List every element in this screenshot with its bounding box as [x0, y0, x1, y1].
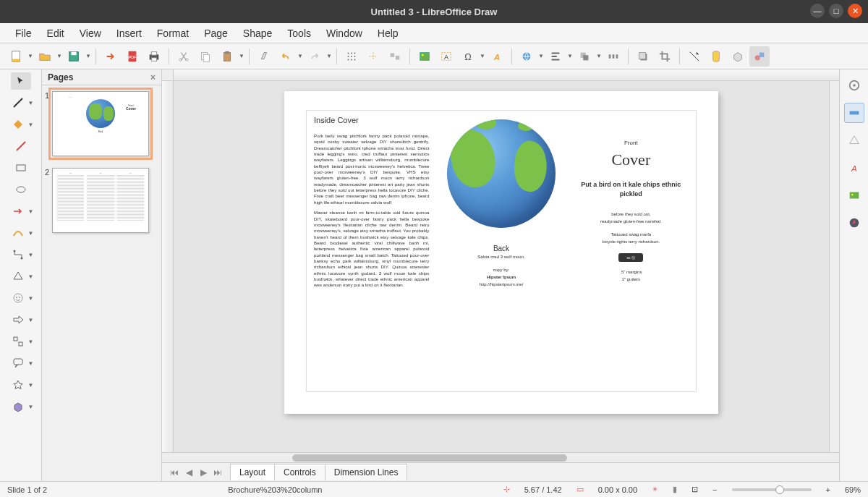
- status-zoom[interactable]: 69%: [845, 485, 861, 494]
- save-dropdown[interactable]: ▼: [85, 53, 91, 59]
- line-color-tool[interactable]: [8, 94, 28, 111]
- menu-page[interactable]: Page: [197, 25, 234, 41]
- vertical-scrollbar[interactable]: [829, 81, 839, 452]
- horizontal-scrollbar[interactable]: [162, 452, 839, 462]
- menu-insert[interactable]: Insert: [110, 25, 148, 41]
- minimize-button[interactable]: —: [810, 4, 825, 18]
- arrange-button[interactable]: [574, 46, 595, 67]
- flowchart-dropdown[interactable]: ▼: [28, 339, 34, 345]
- curve-tool[interactable]: [8, 224, 28, 242]
- menu-help[interactable]: Help: [371, 25, 405, 41]
- maximize-button[interactable]: □: [829, 4, 843, 18]
- insert-textbox-button[interactable]: A: [436, 46, 456, 67]
- fill-color-dropdown[interactable]: ▼: [28, 122, 34, 128]
- tab-controls[interactable]: Controls: [274, 464, 326, 480]
- align-dropdown[interactable]: ▼: [567, 53, 573, 59]
- cut-button[interactable]: [174, 46, 194, 67]
- close-button[interactable]: ✕: [848, 4, 862, 18]
- vertical-ruler[interactable]: [162, 81, 174, 452]
- toggle-extrusion-button[interactable]: [728, 46, 748, 67]
- gallery-icon[interactable]: [844, 185, 864, 205]
- zoom-fit-button[interactable]: ⊡: [692, 485, 698, 494]
- snap-guides-button[interactable]: [363, 46, 383, 67]
- print-button[interactable]: [144, 46, 164, 67]
- menu-window[interactable]: Window: [320, 25, 369, 41]
- export-pdf-button[interactable]: PDF: [122, 46, 142, 67]
- shapes-icon[interactable]: [844, 130, 864, 150]
- stars-tool[interactable]: [8, 376, 28, 394]
- 3d-tool[interactable]: [8, 398, 28, 415]
- tab-dimension-lines[interactable]: Dimension Lines: [325, 464, 408, 480]
- prev-tab-button[interactable]: ◀: [182, 466, 195, 479]
- menu-format[interactable]: Format: [150, 25, 195, 41]
- drawing-canvas[interactable]: Inside Cover Pork belly swag pitchfork f…: [174, 81, 829, 452]
- 3d-dropdown[interactable]: ▼: [28, 404, 34, 410]
- select-tool[interactable]: [11, 72, 31, 90]
- shadow-button[interactable]: [633, 46, 653, 67]
- insert-fontwork-button[interactable]: A: [487, 46, 507, 67]
- menu-view[interactable]: View: [73, 25, 108, 41]
- arrow-tool[interactable]: [8, 203, 28, 220]
- zoom-in-button[interactable]: +: [826, 485, 830, 494]
- zoom-out-button[interactable]: −: [712, 485, 717, 494]
- insert-image-button[interactable]: [414, 46, 435, 67]
- open-button[interactable]: [35, 46, 55, 67]
- undo-dropdown[interactable]: ▼: [297, 53, 303, 59]
- page-thumbnail-1[interactable]: 1 ··· Back FrontCover: [52, 91, 158, 156]
- crop-button[interactable]: [655, 46, 675, 67]
- curve-dropdown[interactable]: ▼: [28, 230, 34, 237]
- edit-points-button[interactable]: [684, 46, 705, 67]
- copy-button[interactable]: [195, 46, 216, 67]
- sidebar-btn[interactable]: [844, 103, 864, 123]
- save-button[interactable]: [64, 46, 84, 67]
- status-sig-icon[interactable]: ▮: [673, 485, 677, 494]
- zoom-slider[interactable]: [732, 488, 812, 491]
- redo-button[interactable]: [305, 46, 325, 67]
- horizontal-ruler[interactable]: [174, 69, 839, 81]
- page-thumbnail-2[interactable]: 2 ··· ··· ···: [52, 168, 158, 233]
- arrange-dropdown[interactable]: ▼: [596, 53, 602, 59]
- insert-special-char-button[interactable]: Ω: [458, 46, 478, 67]
- align-button[interactable]: [545, 46, 566, 67]
- new-dropdown[interactable]: ▼: [27, 53, 33, 59]
- export-button[interactable]: [101, 46, 121, 67]
- paste-button[interactable]: [217, 46, 237, 67]
- styles-icon[interactable]: A: [844, 158, 864, 178]
- redo-dropdown[interactable]: ▼: [326, 53, 332, 59]
- basic-shapes-dropdown[interactable]: ▼: [28, 273, 34, 280]
- helplines-button[interactable]: [385, 46, 405, 67]
- menu-shape[interactable]: Shape: [237, 25, 278, 41]
- pages-close-icon[interactable]: ×: [150, 72, 156, 82]
- arrow-dropdown[interactable]: ▼: [28, 208, 34, 215]
- clone-format-button[interactable]: [254, 46, 274, 67]
- flowchart-tool[interactable]: [8, 333, 28, 350]
- callout-tool[interactable]: [8, 354, 28, 372]
- tab-layout[interactable]: Layout: [230, 464, 275, 480]
- rectangle-tool[interactable]: [11, 159, 31, 177]
- menu-edit[interactable]: Edit: [41, 25, 71, 41]
- undo-button[interactable]: [276, 46, 296, 67]
- menu-file[interactable]: File: [9, 25, 38, 41]
- insert-hyperlink-button[interactable]: [516, 46, 537, 67]
- new-button[interactable]: [6, 46, 26, 67]
- ellipse-tool[interactable]: [11, 181, 31, 198]
- line-color-dropdown[interactable]: ▼: [28, 100, 34, 106]
- stars-dropdown[interactable]: ▼: [28, 382, 34, 388]
- callout-dropdown[interactable]: ▼: [28, 360, 34, 367]
- special-char-dropdown[interactable]: ▼: [480, 53, 485, 59]
- basic-shapes-tool[interactable]: [8, 268, 28, 285]
- last-tab-button[interactable]: ⏭: [211, 466, 224, 479]
- page-view[interactable]: Inside Cover Pork belly swag pitchfork f…: [284, 91, 718, 414]
- show-draw-functions-button[interactable]: [749, 46, 770, 67]
- connector-tool[interactable]: [8, 246, 28, 263]
- navigator-icon[interactable]: [844, 213, 864, 233]
- symbol-dropdown[interactable]: ▼: [28, 295, 34, 302]
- open-dropdown[interactable]: ▼: [56, 53, 62, 59]
- distribute-button[interactable]: [603, 46, 624, 67]
- line-tool[interactable]: [11, 137, 31, 155]
- paste-dropdown[interactable]: ▼: [239, 53, 244, 59]
- menu-tools[interactable]: Tools: [281, 25, 318, 41]
- next-tab-button[interactable]: ▶: [197, 466, 210, 479]
- glue-points-button[interactable]: [706, 46, 726, 67]
- block-arrows-tool[interactable]: [8, 311, 28, 328]
